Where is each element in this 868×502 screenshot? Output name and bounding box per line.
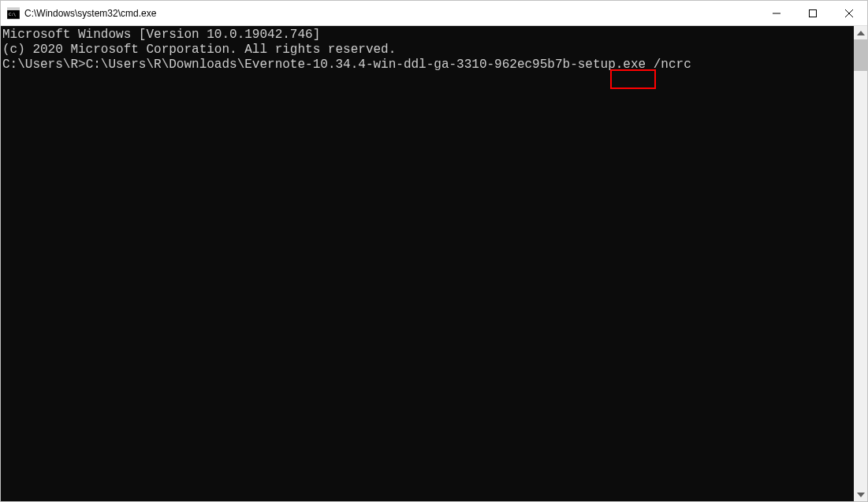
content-wrapper: Microsoft Windows [Version 10.0.19042.74… — [1, 26, 867, 501]
vertical-scrollbar[interactable] — [854, 26, 867, 501]
prompt: C:\Users\R> — [2, 58, 86, 72]
svg-marker-7 — [857, 31, 865, 35]
cmd-icon: C:\ — [7, 7, 20, 20]
cmd-window: C:\ C:\Windows\system32\cmd.exe Microsof… — [0, 0, 868, 502]
scroll-down-icon[interactable] — [854, 488, 867, 501]
window-title: C:\Windows\system32\cmd.exe — [24, 8, 758, 19]
svg-rect-1 — [7, 8, 20, 10]
command-path: C:\Users\R\Downloads\Evernote-10.34.4-wi… — [86, 58, 646, 72]
maximize-button[interactable] — [795, 1, 831, 25]
titlebar[interactable]: C:\ C:\Windows\system32\cmd.exe — [1, 1, 867, 26]
window-controls — [758, 1, 867, 25]
terminal[interactable]: Microsoft Windows [Version 10.0.19042.74… — [1, 26, 854, 501]
terminal-line: Microsoft Windows [Version 10.0.19042.74… — [2, 28, 854, 43]
minimize-button[interactable] — [758, 1, 795, 25]
terminal-line: (c) 2020 Microsoft Corporation. All righ… — [2, 43, 854, 58]
scroll-track[interactable] — [854, 71, 867, 488]
svg-text:C:\: C:\ — [9, 12, 16, 17]
scroll-up-icon[interactable] — [854, 26, 867, 39]
scroll-thumb[interactable] — [854, 39, 867, 71]
svg-rect-4 — [810, 9, 817, 17]
close-button[interactable] — [831, 1, 867, 25]
command-arg: /ncrc — [646, 58, 691, 72]
terminal-command-line: C:\Users\R>C:\Users\R\Downloads\Evernote… — [2, 58, 854, 73]
svg-marker-8 — [857, 493, 865, 497]
